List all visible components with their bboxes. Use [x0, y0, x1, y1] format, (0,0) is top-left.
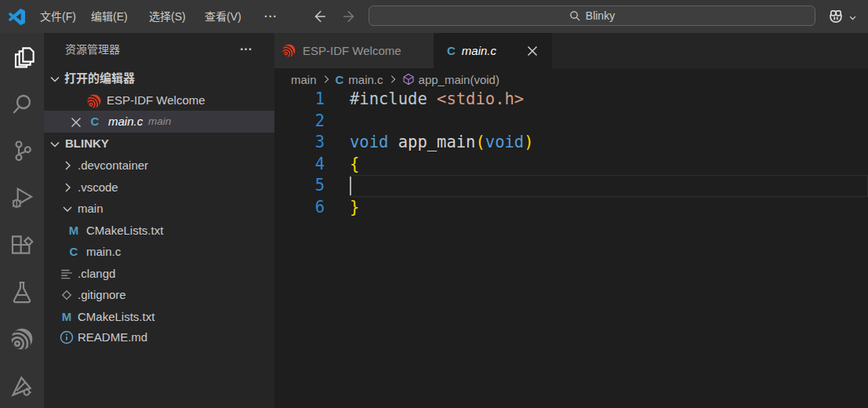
- title-bar: 文件(F) 编辑(E) 选择(S) 查看(V) ··· Blinky: [0, 0, 868, 33]
- sidebar-explorer: 资源管理器 ··· 打开的编辑器 ESP-IDF Welcome C main.…: [44, 33, 274, 408]
- tree-devcontainer[interactable]: .devcontainer: [44, 155, 274, 177]
- section-blinky[interactable]: BLINKY: [44, 133, 274, 155]
- copilot[interactable]: [827, 9, 844, 25]
- act-test[interactable]: [9, 279, 35, 304]
- act-espidf[interactable]: [9, 326, 35, 352]
- tree-cmakelists[interactable]: M CMakeLists.txt: [44, 306, 274, 328]
- tab-mainc[interactable]: C main.c: [434, 33, 552, 68]
- tree-gitignore[interactable]: .gitignore: [44, 284, 274, 306]
- menu-edit[interactable]: 编辑(E): [91, 0, 128, 33]
- explorer-title: 资源管理器 ···: [44, 38, 274, 60]
- activity-bar: [0, 33, 44, 408]
- menu-select[interactable]: 选择(S): [149, 0, 186, 33]
- tree-vscode[interactable]: .vscode: [44, 177, 274, 199]
- command-center[interactable]: Blinky: [369, 5, 815, 26]
- act-extensions[interactable]: [9, 232, 35, 257]
- tree-readme[interactable]: README.md: [44, 326, 274, 348]
- act-ext2[interactable]: [9, 373, 35, 399]
- openeditor-espidf-welcome[interactable]: ESP-IDF Welcome: [44, 89, 274, 111]
- menu-more[interactable]: ···: [264, 0, 278, 33]
- tab-strip: ESP-IDF Welcome C main.c: [274, 33, 868, 68]
- cursor: [350, 177, 351, 195]
- menu-view[interactable]: 查看(V): [205, 0, 242, 33]
- tree-main[interactable]: main: [44, 198, 274, 220]
- tree-clangd[interactable]: .clangd: [44, 263, 274, 285]
- tree-main-mainc[interactable]: C main.c: [44, 241, 274, 263]
- explorer-more[interactable]: ···: [240, 38, 252, 60]
- menu-file[interactable]: 文件(F): [40, 0, 76, 33]
- breadcrumbs: main C main.c app_main(void): [291, 68, 499, 90]
- close-mainc[interactable]: [70, 116, 82, 129]
- tab-espidf-welcome[interactable]: ESP-IDF Welcome: [274, 33, 434, 68]
- current-line: [350, 175, 868, 197]
- openeditor-mainc[interactable]: C main.c main: [44, 111, 274, 133]
- act-search[interactable]: [9, 91, 35, 116]
- section-open-editors[interactable]: 打开的编辑器: [44, 67, 274, 89]
- act-debug[interactable]: [9, 185, 35, 210]
- editor-group: ESP-IDF Welcome C main.c main C main.c a…: [274, 33, 868, 408]
- tab-close[interactable]: [526, 45, 539, 57]
- nav-fwd[interactable]: [343, 9, 357, 24]
- vscode-logo: [9, 9, 25, 25]
- act-scm[interactable]: [9, 138, 35, 163]
- tree-main-cmakelists[interactable]: M CMakeLists.txt: [44, 220, 274, 242]
- vscode-window: 文件(F) 编辑(E) 选择(S) 查看(V) ··· Blinky: [0, 0, 868, 408]
- act-explorer[interactable]: [9, 44, 35, 69]
- nav-back[interactable]: [312, 9, 326, 24]
